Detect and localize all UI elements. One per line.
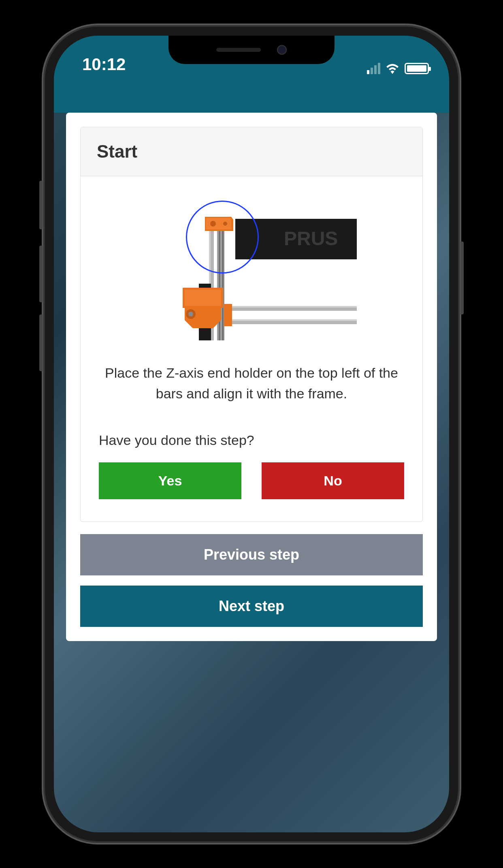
instruction-text: Place the Z-axis end holder on the top l… — [99, 363, 404, 404]
status-icons — [367, 63, 429, 74]
volume-down-button — [39, 314, 43, 371]
svg-rect-13 — [185, 290, 221, 306]
speaker — [216, 48, 261, 52]
yes-button[interactable]: Yes — [99, 462, 241, 499]
notch — [168, 36, 335, 64]
content-area: Start PRUS — [54, 113, 449, 641]
answer-buttons: Yes No — [99, 462, 404, 499]
next-step-button[interactable]: Next step — [80, 586, 423, 627]
card-header: Start — [81, 127, 422, 176]
no-button[interactable]: No — [262, 462, 404, 499]
phone-screen: 10:12 — [54, 36, 449, 832]
battery-icon — [405, 63, 429, 74]
card-body: PRUS — [81, 176, 422, 522]
card-container: Start PRUS — [66, 113, 437, 641]
previous-step-button[interactable]: Previous step — [80, 534, 423, 575]
svg-rect-19 — [225, 319, 357, 321]
instruction-image: PRUS — [99, 192, 404, 346]
svg-rect-17 — [225, 306, 357, 308]
phone-frame: 10:12 — [45, 27, 458, 841]
front-camera — [277, 45, 287, 55]
status-time: 10:12 — [82, 55, 126, 74]
volume-up-button — [39, 246, 43, 302]
step-card: Start PRUS — [80, 127, 423, 522]
frame-text: PRUS — [284, 228, 338, 249]
app-header — [54, 84, 449, 113]
card-title: Start — [97, 141, 406, 162]
highlight-circle-icon — [186, 201, 259, 274]
wifi-icon — [385, 63, 400, 74]
svg-point-15 — [188, 312, 193, 316]
question-text: Have you done this step? — [99, 432, 404, 448]
svg-rect-20 — [224, 304, 232, 326]
signal-icon — [367, 63, 380, 74]
navigation-buttons: Previous step Next step — [80, 534, 423, 627]
